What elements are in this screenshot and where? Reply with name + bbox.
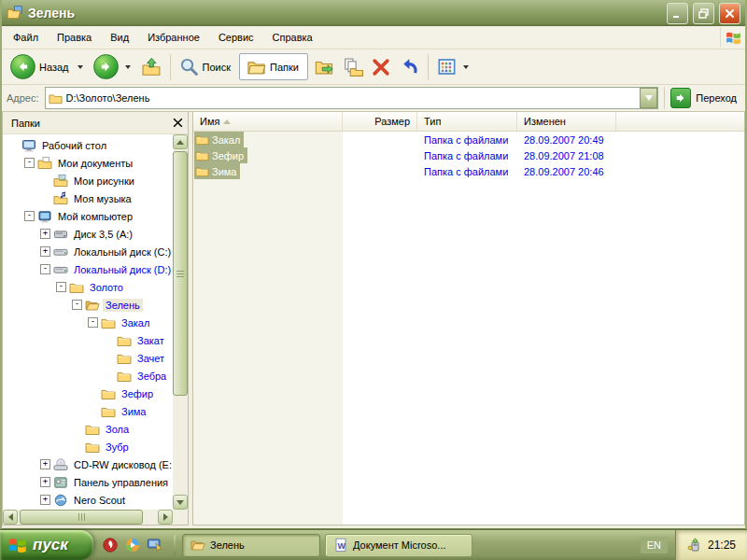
horizontal-scroll-thumb[interactable] [20, 510, 143, 525]
copy-to-button[interactable] [339, 55, 367, 79]
tree-item[interactable]: Зима [3, 402, 173, 420]
tree-item-label: Зефир [119, 387, 156, 400]
expand-icon[interactable]: + [40, 477, 50, 487]
address-value: D:\Золото\Зелень [66, 92, 150, 104]
tree-item[interactable]: +CD-RW дисковод (E: [3, 455, 173, 473]
tree-item[interactable]: Мои рисунки [3, 172, 173, 189]
move-to-folder-icon [315, 57, 335, 77]
copy-to-folder-icon [343, 57, 363, 77]
menu-item-2[interactable]: Правка [48, 28, 101, 47]
close-button[interactable] [719, 3, 740, 24]
expand-icon[interactable]: + [40, 229, 50, 239]
safely-remove-hardware-icon[interactable] [687, 538, 702, 553]
collapse-icon[interactable]: - [56, 282, 66, 292]
task-button-2[interactable]: WДокумент Microso... [325, 534, 472, 557]
search-button[interactable]: Поиск [176, 55, 236, 78]
tree-item[interactable]: -Золото [3, 278, 173, 296]
file-row[interactable]: ЗимаПапка с файлами28.09.2007 20:46 [193, 163, 744, 179]
tree-item[interactable]: Закат [3, 331, 173, 349]
file-type: Папка с файлами [417, 134, 517, 146]
back-label: Назад [39, 62, 71, 73]
toolbar-separator [170, 54, 171, 80]
move-to-button[interactable] [311, 55, 339, 79]
views-dropdown-icon[interactable] [463, 65, 469, 69]
back-button[interactable]: Назад [7, 52, 90, 81]
tree-item-label: Диск 3,5 (A:) [71, 228, 135, 241]
nero-icon[interactable] [102, 537, 119, 553]
expand-icon[interactable]: + [40, 246, 50, 257]
task-button-1[interactable]: Зелень [182, 534, 320, 557]
views-icon [437, 57, 457, 77]
tree-vertical-scrollbar[interactable] [173, 134, 188, 510]
clock[interactable]: 21:25 [708, 539, 736, 552]
menu-item-6[interactable]: Справка [263, 28, 322, 47]
collapse-icon[interactable]: - [72, 300, 82, 310]
column-header-1[interactable]: Имя [193, 112, 343, 131]
folders-button[interactable]: Папки [239, 53, 308, 80]
up-button[interactable] [137, 55, 165, 79]
window-folder-icon [7, 5, 23, 21]
tree-item[interactable]: -Мой компьютер [3, 207, 173, 225]
start-button[interactable]: пуск [0, 530, 93, 560]
tree-item[interactable]: Зефир [3, 385, 173, 402]
tree-item[interactable]: -Зелень [3, 296, 173, 314]
scroll-left-icon[interactable] [3, 510, 18, 525]
scroll-right-icon[interactable] [158, 510, 173, 525]
address-dropdown-button[interactable] [640, 88, 657, 108]
tree-item[interactable]: -Локальный диск (D:) [3, 260, 173, 278]
restore-button[interactable] [693, 3, 714, 24]
delete-button[interactable] [367, 55, 395, 79]
tree-item[interactable]: +Nero Scout [3, 491, 173, 509]
menu-item-5[interactable]: Сервис [209, 28, 263, 47]
collapse-icon[interactable]: - [88, 317, 98, 328]
expand-icon[interactable]: + [40, 459, 50, 469]
menu-item-3[interactable]: Вид [101, 28, 138, 47]
vertical-scroll-thumb[interactable] [173, 151, 188, 396]
views-button[interactable] [433, 55, 475, 78]
menu-item-4[interactable]: Избранное [138, 28, 209, 47]
collapse-icon[interactable]: - [24, 211, 35, 221]
file-row[interactable]: ЗефирПапка с файлами28.09.2007 21:08 [193, 147, 744, 163]
tree-item[interactable]: Зачет [3, 349, 173, 367]
collapse-icon[interactable]: - [24, 158, 35, 168]
folders-tree-area: Рабочий стол-Мои документыМои рисункиМоя… [3, 134, 188, 525]
tree-item[interactable]: Рабочий стол [3, 136, 173, 154]
folder-documents-icon [37, 156, 52, 171]
task-label: Зелень [210, 539, 245, 551]
minimize-button[interactable] [667, 3, 688, 24]
language-indicator[interactable]: EN [641, 537, 668, 553]
scroll-down-icon[interactable] [173, 495, 188, 510]
back-dropdown-icon[interactable] [78, 65, 83, 69]
tree-item[interactable]: -Мои документы [3, 154, 173, 172]
column-label: Тип [424, 116, 441, 127]
title-bar[interactable]: Зелень [2, 0, 745, 26]
folders-label: Папки [270, 62, 301, 73]
file-row[interactable]: ЗакалПапка с файлами28.09.2007 20:49 [193, 132, 744, 147]
tree-item[interactable]: +Диск 3,5 (A:) [3, 225, 173, 243]
tree-item[interactable]: -Закал [3, 314, 173, 331]
column-header-2[interactable]: Размер [343, 112, 417, 131]
media-player-icon[interactable] [124, 537, 141, 553]
forward-button[interactable] [90, 52, 137, 81]
column-header-4[interactable]: Изменен [517, 112, 616, 131]
forward-dropdown-icon[interactable] [125, 65, 131, 69]
tree-item[interactable]: Моя музыка [3, 189, 173, 207]
folder-icon [117, 333, 132, 348]
tree-item[interactable]: +Локальный диск (C:) [3, 243, 173, 260]
column-header-3[interactable]: Тип [417, 112, 517, 131]
panel-close-icon[interactable] [172, 117, 184, 129]
expand-icon[interactable]: + [40, 495, 50, 505]
undo-button[interactable] [395, 55, 423, 79]
address-input[interactable]: D:\Золото\Зелень [45, 87, 659, 109]
collapse-icon[interactable]: - [40, 264, 50, 274]
tree-item[interactable]: Зебра [3, 367, 173, 385]
tree-item[interactable]: +Панель управления [3, 473, 173, 491]
scroll-up-icon[interactable] [173, 134, 188, 149]
tree-item-label: Зачет [134, 352, 167, 365]
go-button[interactable]: Переход [670, 88, 740, 108]
show-desktop-icon[interactable] [147, 537, 163, 553]
tree-horizontal-scrollbar[interactable] [3, 510, 173, 525]
tree-item[interactable]: Зола [3, 420, 173, 438]
tree-item[interactable]: Зубр [3, 438, 173, 455]
menu-item-1[interactable]: Файл [4, 28, 48, 47]
